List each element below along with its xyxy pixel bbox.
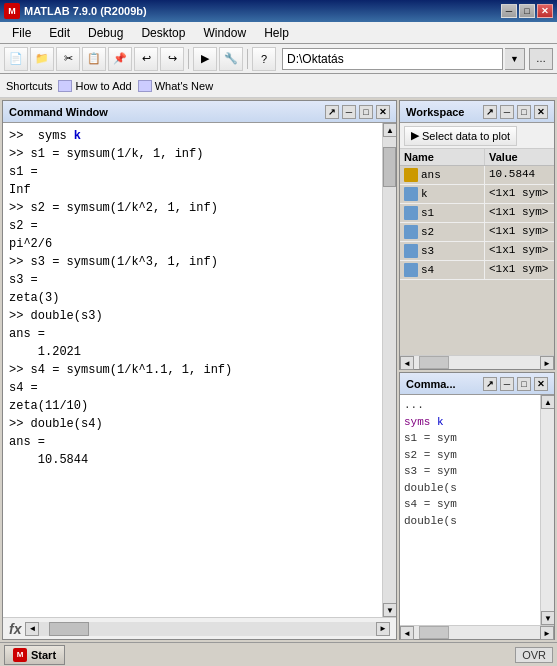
history-content[interactable]: ... syms k s1 = sym s2 = sym s3 = sym do…	[400, 395, 540, 625]
ws-cell-value-ans: 10.5844	[485, 166, 554, 184]
fx-icon: fx	[9, 621, 21, 637]
cmd-undock-button[interactable]: ↗	[325, 105, 339, 119]
ws-scroll-thumb[interactable]	[419, 356, 449, 369]
cmd-line-5: >> s2 = symsum(1/k^2, 1, inf)	[9, 199, 376, 217]
matlab-icon: M	[4, 3, 20, 19]
hist-line-6: s4 = sym	[404, 496, 536, 513]
cmd-line-7: pi^2/6	[9, 235, 376, 253]
hist-scrollbar: ▲ ▼	[540, 395, 554, 625]
paste-button[interactable]: 📌	[108, 47, 132, 71]
ws-h-scrollbar: ◄ ►	[400, 355, 554, 369]
close-button[interactable]: ✕	[537, 4, 553, 18]
status-bar: M Start OVR	[0, 642, 557, 666]
ws-maximize-button[interactable]: □	[517, 105, 531, 119]
copy-button[interactable]: 📋	[82, 47, 106, 71]
ws-cell-name-s3: s3	[400, 242, 485, 260]
cmd-line-1: >> syms k	[9, 127, 376, 145]
h-scroll-thumb[interactable]	[49, 622, 89, 636]
command-window: Command Window ↗ ─ □ ✕ >> syms k >> s1 =…	[2, 100, 397, 640]
run-button[interactable]: ▶	[193, 47, 217, 71]
workspace-table: Name Value ans 10.5844 k	[400, 149, 554, 355]
hist-undock-button[interactable]: ↗	[483, 377, 497, 391]
debug-button[interactable]: 🔧	[219, 47, 243, 71]
history-controls: ↗ ─ □ ✕	[483, 377, 548, 391]
menu-debug[interactable]: Debug	[80, 24, 131, 42]
ws-row-s2[interactable]: s2 <1x1 sym>	[400, 223, 554, 242]
help-button[interactable]: ?	[252, 47, 276, 71]
menu-edit[interactable]: Edit	[41, 24, 78, 42]
ws-cell-name-k: k	[400, 185, 485, 203]
command-content[interactable]: >> syms k >> s1 = symsum(1/k, 1, inf) s1…	[3, 123, 382, 617]
ws-row-s4[interactable]: s4 <1x1 sym>	[400, 261, 554, 280]
scroll-right-arrow[interactable]: ►	[376, 622, 390, 636]
select-data-button[interactable]: ▶ Select data to plot	[404, 126, 517, 146]
hist-maximize-button[interactable]: □	[517, 377, 531, 391]
ws-minimize-button[interactable]: ─	[500, 105, 514, 119]
scroll-thumb[interactable]	[383, 147, 396, 187]
ws-scroll-right[interactable]: ►	[540, 356, 554, 370]
scroll-up-arrow[interactable]: ▲	[383, 123, 396, 137]
ws-close-button[interactable]: ✕	[534, 105, 548, 119]
toolbar: 📄 📁 ✂ 📋 📌 ↩ ↪ ▶ 🔧 ? D:\Oktatás ▼ …	[0, 44, 557, 74]
redo-button[interactable]: ↪	[160, 47, 184, 71]
cmd-close-button[interactable]: ✕	[376, 105, 390, 119]
hist-line-4: s3 = sym	[404, 463, 536, 480]
open-button[interactable]: 📁	[30, 47, 54, 71]
menu-help[interactable]: Help	[256, 24, 297, 42]
menu-window[interactable]: Window	[195, 24, 254, 42]
ws-undock-button[interactable]: ↗	[483, 105, 497, 119]
how-to-add-label: How to Add	[75, 80, 131, 92]
cmd-line-18: ans =	[9, 433, 376, 451]
cmd-line-8: >> s3 = symsum(1/k^3, 1, inf)	[9, 253, 376, 271]
hist-scroll-left[interactable]: ◄	[400, 626, 414, 640]
cmd-minimize-button[interactable]: ─	[342, 105, 356, 119]
hist-h-scroll-thumb[interactable]	[419, 626, 449, 639]
hist-scroll-down[interactable]: ▼	[541, 611, 554, 625]
cmd-line-12: ans =	[9, 325, 376, 343]
ws-row-s1[interactable]: s1 <1x1 sym>	[400, 204, 554, 223]
shortcut-icon-1	[58, 80, 72, 92]
start-button[interactable]: M Start	[4, 645, 65, 665]
menu-desktop[interactable]: Desktop	[133, 24, 193, 42]
minimize-button[interactable]: ─	[501, 4, 517, 18]
path-extra-button[interactable]: …	[529, 48, 553, 70]
hist-h-scroll-track	[414, 626, 540, 639]
undo-button[interactable]: ↩	[134, 47, 158, 71]
hist-scroll-right[interactable]: ►	[540, 626, 554, 640]
title-text: MATLAB 7.9.0 (R2009b)	[24, 5, 147, 17]
hist-line-0: ...	[404, 397, 536, 414]
separator-2	[247, 49, 248, 69]
scroll-left-arrow[interactable]: ◄	[25, 622, 39, 636]
ws-scroll-left[interactable]: ◄	[400, 356, 414, 370]
shortcut-icon-2	[138, 80, 152, 92]
hist-scroll-up[interactable]: ▲	[541, 395, 554, 409]
cmd-line-16: zeta(11/10)	[9, 397, 376, 415]
cmd-maximize-button[interactable]: □	[359, 105, 373, 119]
separator-1	[188, 49, 189, 69]
shortcut-how-to-add[interactable]: How to Add	[58, 80, 131, 92]
ws-col-name-header: Name	[400, 149, 485, 165]
new-file-button[interactable]: 📄	[4, 47, 28, 71]
hist-close-button[interactable]: ✕	[534, 377, 548, 391]
cut-button[interactable]: ✂	[56, 47, 80, 71]
scroll-down-arrow[interactable]: ▼	[383, 603, 396, 617]
menu-bar: File Edit Debug Desktop Window Help	[0, 22, 557, 44]
ws-cell-name-s1: s1	[400, 204, 485, 222]
ws-row-k[interactable]: k <1x1 sym>	[400, 185, 554, 204]
ws-row-ans[interactable]: ans 10.5844	[400, 166, 554, 185]
hist-minimize-button[interactable]: ─	[500, 377, 514, 391]
history-header: Comma... ↗ ─ □ ✕	[400, 373, 554, 395]
workspace-header: Workspace ↗ ─ □ ✕	[400, 101, 554, 123]
shortcut-whats-new[interactable]: What's New	[138, 80, 213, 92]
ws-cell-name-s4: s4	[400, 261, 485, 279]
command-window-title: Command Window	[9, 106, 108, 118]
h-scroll-track	[39, 622, 376, 636]
menu-file[interactable]: File	[4, 24, 39, 42]
path-dropdown[interactable]: ▼	[505, 48, 525, 70]
ws-cell-name-s2: s2	[400, 223, 485, 241]
ws-row-s3[interactable]: s3 <1x1 sym>	[400, 242, 554, 261]
cmd-scrollbar[interactable]: ▲ ▼	[382, 123, 396, 617]
s4-icon	[404, 263, 418, 277]
restore-button[interactable]: □	[519, 4, 535, 18]
cmd-line-3: s1 =	[9, 163, 376, 181]
